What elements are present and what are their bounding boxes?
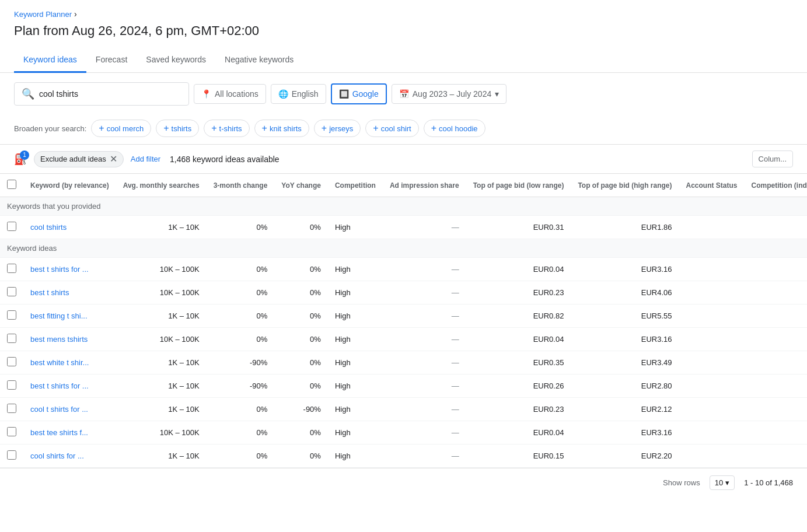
tab-keyword-ideas[interactable]: Keyword ideas [14, 48, 86, 73]
close-icon[interactable]: ✕ [110, 155, 117, 164]
keyword-link[interactable]: best tee shirts f... [30, 428, 88, 437]
row-checkbox[interactable] [7, 357, 16, 366]
broaden-chip-0[interactable]: + cool merch [91, 120, 151, 137]
keyword-table: Keyword (by relevance) Avg. monthly sear… [0, 174, 807, 468]
broaden-search-area: Broaden your search: + cool merch + tshi… [0, 115, 807, 145]
provided-section-header: Keywords that you provided [0, 197, 807, 216]
row-checkbox[interactable] [7, 264, 16, 273]
broaden-chip-6[interactable]: + cool hoodie [424, 120, 485, 137]
tab-saved-keywords[interactable]: Saved keywords [137, 48, 215, 73]
header-keyword[interactable]: Keyword (by relevance) [23, 174, 116, 197]
keyword-link[interactable]: best t shirts for ... [30, 265, 89, 274]
search-icon: 🔍 [22, 88, 34, 100]
row-checkbox[interactable] [7, 380, 16, 390]
location-filter-btn[interactable]: 📍 All locations [194, 84, 266, 104]
header-ad-impression[interactable]: Ad impression share [383, 174, 466, 197]
keyword-link[interactable]: best white t shir... [30, 358, 89, 367]
date-range-btn[interactable]: 📅 Aug 2023 – July 2024 ▾ [392, 84, 506, 104]
location-label: All locations [215, 89, 258, 99]
keyword-link[interactable]: best mens tshirts [30, 335, 88, 344]
ideas-count: 1,468 keyword ideas available [170, 155, 280, 164]
search-area: 🔍 📍 All locations 🌐 English 🔲 Google 📅 A… [0, 73, 807, 115]
broaden-chip-label-2: t-shirts [219, 124, 242, 133]
top-bid-low-cell: EUR0.31 [466, 216, 571, 239]
filter-icon-button[interactable]: ⛽ 1 [14, 153, 27, 166]
header-competition-index[interactable]: Competition (indexed value) [745, 174, 808, 197]
breadcrumb: Keyword Planner › [0, 0, 807, 21]
table-row: best t shirts 10K – 100K 0% 0% High — EU… [0, 281, 807, 304]
search-input[interactable] [39, 89, 181, 99]
table-row: cool shirts for ... 1K – 10K 0% 0% High … [0, 444, 807, 468]
three-month-cell: 0% [207, 216, 275, 239]
pagination-info: 1 - 10 of 1,468 [744, 478, 793, 487]
language-icon: 🌐 [278, 89, 288, 99]
broaden-label: Broaden your search: [14, 124, 86, 133]
header-competition[interactable]: Competition [328, 174, 383, 197]
calendar-icon: 📅 [399, 89, 409, 99]
table-row: best mens tshirts 10K – 100K 0% 0% High … [0, 328, 807, 351]
header-avg-monthly[interactable]: Avg. monthly searches [116, 174, 207, 197]
language-label: English [292, 89, 319, 99]
account-status-cell [679, 216, 744, 239]
keyword-link[interactable]: best fitting t shi... [30, 312, 88, 320]
plus-icon-2: + [211, 123, 216, 134]
select-all-header[interactable] [0, 174, 23, 197]
columns-button[interactable]: Colum... [752, 150, 793, 167]
broaden-chip-1[interactable]: + tshirts [156, 120, 199, 137]
plus-icon-0: + [99, 123, 104, 134]
breadcrumb-link[interactable]: Keyword Planner [14, 10, 72, 19]
broaden-chip-label-5: cool shirt [381, 124, 411, 133]
broaden-chip-3[interactable]: + knit shirts [254, 120, 309, 137]
select-all-checkbox[interactable] [7, 180, 16, 189]
table-row: best t shirts for ... 10K – 100K 0% 0% H… [0, 258, 807, 281]
language-filter-btn[interactable]: 🌐 English [271, 84, 326, 104]
ad-impression-cell: — [383, 216, 466, 239]
network-filter-btn[interactable]: 🔲 Google [331, 83, 387, 104]
add-filter-button[interactable]: Add filter [131, 155, 160, 163]
row-checkbox[interactable] [7, 287, 16, 296]
keyword-link[interactable]: cool shirts for ... [30, 452, 84, 460]
table-header-row: Keyword (by relevance) Avg. monthly sear… [0, 174, 807, 197]
broaden-chip-2[interactable]: + t-shirts [204, 120, 249, 137]
row-checkbox[interactable] [7, 334, 16, 343]
tab-forecast[interactable]: Forecast [86, 48, 137, 73]
keyword-link[interactable]: cool tshirts [30, 223, 67, 232]
plus-icon-5: + [373, 123, 378, 134]
exclude-adult-chip[interactable]: Exclude adult ideas ✕ [34, 151, 124, 167]
header-3month[interactable]: 3-month change [207, 174, 275, 197]
table-row: best white t shir... 1K – 10K -90% 0% Hi… [0, 351, 807, 374]
header-top-bid-low[interactable]: Top of page bid (low range) [466, 174, 571, 197]
ideas-section-label: Keyword ideas [0, 239, 807, 258]
row-checkbox[interactable] [7, 404, 16, 413]
keyword-cell[interactable]: cool tshirts [23, 216, 116, 239]
chevron-down-icon: ▾ [725, 478, 729, 487]
google-icon: 🔲 [339, 89, 349, 99]
header-yoy[interactable]: YoY change [274, 174, 328, 197]
row-checkbox[interactable] [7, 310, 16, 320]
plus-icon-6: + [431, 123, 436, 134]
avg-monthly-cell: 1K – 10K [116, 216, 207, 239]
keyword-link[interactable]: best t shirts [30, 288, 69, 297]
date-range-label: Aug 2023 – July 2024 [413, 89, 491, 99]
broaden-chip-label-3: knit shirts [270, 124, 302, 133]
tab-negative-keywords[interactable]: Negative keywords [215, 48, 303, 73]
broaden-chip-4[interactable]: + jerseys [314, 120, 361, 137]
broaden-chip-5[interactable]: + cool shirt [365, 120, 418, 137]
keyword-link[interactable]: cool t shirts for ... [30, 405, 88, 414]
rows-per-page-select[interactable]: 10 ▾ [710, 475, 735, 490]
ideas-section-header: Keyword ideas [0, 239, 807, 258]
yoy-cell: 0% [274, 216, 328, 239]
broaden-chip-label-1: tshirts [172, 124, 192, 133]
table-row: cool tshirts 1K – 10K 0% 0% High — EUR0.… [0, 216, 807, 239]
plus-icon-1: + [163, 123, 169, 134]
provided-section-label: Keywords that you provided [0, 197, 807, 216]
filter-badge: 1 [20, 150, 29, 160]
header-top-bid-high[interactable]: Top of page bid (high range) [571, 174, 679, 197]
header-account-status[interactable]: Account Status [679, 174, 744, 197]
row-checkbox[interactable] [7, 450, 16, 460]
keyword-link[interactable]: best t shirts for ... [30, 382, 89, 390]
row-checkbox-cell[interactable] [0, 216, 23, 239]
row-checkbox[interactable] [7, 427, 16, 436]
show-rows-label: Show rows [663, 478, 700, 487]
row-checkbox[interactable] [7, 222, 16, 231]
